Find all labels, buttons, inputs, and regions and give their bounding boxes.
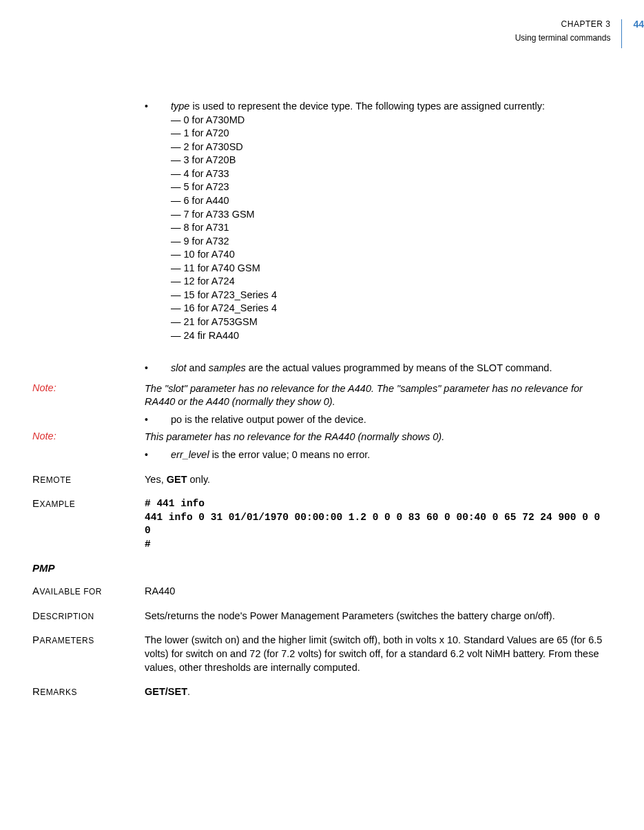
type-item: — 0 for A730MD [171,114,611,127]
type-item: — 8 for A731 [171,221,611,235]
parameters-row: PARAMETERS The lower (switch on) and the… [32,634,611,674]
available-for-label: AVAILABLE FOR [32,585,145,596]
remote-post: only. [187,474,211,485]
bullet-marker: • [145,362,171,375]
remarks-post: . [187,686,190,697]
pmp-heading: PMP [32,562,611,574]
type-intro: is used to represent the device type. Th… [189,101,545,112]
remote-label: REMOTE [32,473,145,485]
type-item: — 7 for A733 GSM [171,208,611,222]
slot-keyword: slot [171,362,187,373]
type-item: — 4 for A733 [171,167,611,181]
parameters-label: PARAMETERS [32,634,145,645]
remarks-row: REMARKS GET/SET. [32,685,611,699]
remote-pre: Yes, [145,474,167,485]
po-text: po is the relative output power of the d… [171,413,611,427]
bullet-err-level: • err_level is the error value; 0 means … [32,448,611,462]
page: CHAPTER 3 Using terminal commands 44 • t… [0,0,644,830]
type-item: — 24 fir RA440 [171,329,611,343]
errlevel-keyword: err_level [171,449,209,460]
available-for-row: AVAILABLE FOR RA440 [32,585,611,599]
bullet-slot-samples: • slot and samples are the actual values… [32,362,611,375]
example-label: EXAMPLE [32,497,145,509]
type-item: — 15 for A723_Series 4 [171,289,611,302]
bullet-po: • po is the relative output power of the… [32,413,611,427]
type-item: — 11 for A740 GSM [171,262,611,276]
example-row: EXAMPLE # 441 info 441 info 0 31 01/01/1… [32,497,611,551]
type-keyword: type [171,101,189,112]
note-label: Note: [32,382,145,393]
type-list: — 0 for A730MD — 1 for A720 — 2 for A730… [171,114,611,343]
errlevel-text: is the error value; 0 means no error. [209,449,371,460]
page-header: CHAPTER 3 Using terminal commands 44 [515,19,644,48]
bullet-type: • type is used to represent the device t… [32,100,611,342]
type-item: — 2 for A730SD [171,141,611,154]
type-item: — 1 for A720 [171,127,611,141]
type-item: — 16 for A724_Series 4 [171,302,611,315]
type-item: — 5 for A723 [171,180,611,194]
note-label: Note: [32,430,145,442]
chapter-label: CHAPTER 3 [515,19,611,29]
example-code: # 441 info 441 info 0 31 01/01/1970 00:0… [145,497,611,551]
remote-row: REMOTE Yes, GET only. [32,473,611,487]
note-slot: Note: The "slot" parameter has no releva… [32,382,611,409]
remote-get: GET [167,474,187,485]
type-item: — 9 for A732 [171,235,611,249]
bullet-marker: • [145,448,171,461]
page-number: 44 [622,19,644,29]
slot-samples-text: are the actual values programmed by mean… [246,362,552,373]
note-po: Note: This parameter has no relevance fo… [32,430,611,444]
header-text-block: CHAPTER 3 Using terminal commands [515,19,623,48]
description-label: DESCRIPTION [32,610,145,621]
note-body: This parameter has no relevance for the … [145,430,611,444]
type-item: — 3 for A720B [171,154,611,167]
bullet-marker: • [145,413,171,426]
bullet-marker: • [145,100,171,113]
type-item: — 21 for A753GSM [171,315,611,329]
parameters-value: The lower (switch on) and the higher lim… [145,634,611,674]
available-for-value: RA440 [145,585,611,599]
description-value: Sets/returns the node's Power Management… [145,610,611,623]
samples-keyword: samples [209,362,246,373]
note-body: The "slot" parameter has no relevance fo… [145,382,611,409]
page-content: • type is used to represent the device t… [32,100,611,703]
description-row: DESCRIPTION Sets/returns the node's Powe… [32,610,611,623]
remarks-label: REMARKS [32,685,145,697]
remarks-getset: GET/SET [145,686,187,697]
type-item: — 10 for A740 [171,248,611,262]
type-item: — 12 for A724 [171,275,611,289]
chapter-subtitle: Using terminal commands [515,33,611,43]
type-item: — 6 for A440 [171,194,611,208]
